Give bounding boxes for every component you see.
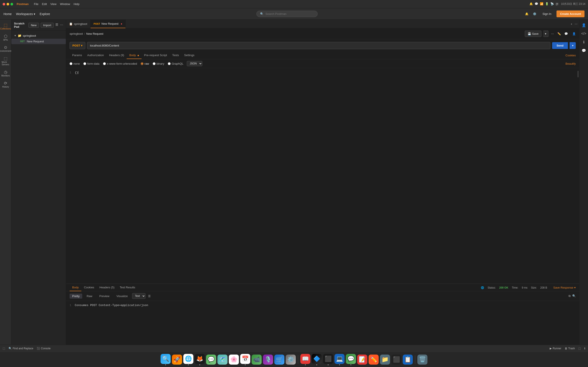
comment-icon[interactable]: 💬: [563, 31, 569, 36]
req-tab-auth[interactable]: Authorization: [85, 52, 106, 59]
sidebar-item-monitors[interactable]: ◷ Monitors: [1, 68, 10, 79]
dock-youdao[interactable]: 📖: [300, 354, 311, 365]
filter-icon[interactable]: ☰: [55, 23, 58, 28]
req-tab-headers[interactable]: Headers (9): [106, 52, 127, 59]
dock-terminal2[interactable]: ⬛: [391, 355, 401, 365]
req-tab-settings[interactable]: Settings: [182, 52, 197, 59]
search-input[interactable]: [265, 12, 314, 16]
dock-podcasts[interactable]: 🎙️: [263, 355, 273, 365]
method-select[interactable]: POST ▾: [69, 42, 85, 49]
send-button[interactable]: Send: [552, 42, 568, 49]
sidebar-item-mock-servers[interactable]: ⬚ Mock Servers: [1, 55, 10, 67]
resp-tab-test-results[interactable]: Test Results: [117, 284, 138, 291]
body-opt-binary[interactable]: binary: [153, 62, 164, 65]
body-opt-raw[interactable]: raw: [141, 62, 149, 65]
right-panel-info-icon[interactable]: ℹ: [581, 38, 586, 46]
resp-tab-cookies[interactable]: Cookies: [81, 284, 97, 291]
search-response-icon[interactable]: 🔍: [572, 294, 576, 298]
collection-springboot[interactable]: ▼ 📁 springboot: [11, 33, 66, 39]
dock-messages[interactable]: 💬: [206, 355, 216, 365]
menu-view[interactable]: View: [50, 2, 56, 6]
code-editor[interactable]: 1 {}: [66, 68, 579, 284]
response-format-select[interactable]: Text: [132, 293, 146, 299]
save-button[interactable]: 💾 Save: [525, 31, 541, 37]
dock-calendar[interactable]: 📅: [240, 354, 250, 365]
more-actions-icon[interactable]: ⋯: [550, 31, 555, 36]
body-opt-none[interactable]: none: [69, 62, 80, 65]
new-tab-icon[interactable]: ＋: [570, 22, 573, 26]
environment-panel-icon[interactable]: 👤: [572, 32, 576, 35]
info-icon[interactable]: ℹ: [584, 347, 585, 350]
console-button[interactable]: ⬛ Console: [37, 347, 51, 350]
settings-icon[interactable]: ⚙️: [532, 11, 537, 17]
req-tab-pre-script[interactable]: Pre-request Script: [141, 52, 170, 59]
body-opt-urlencoded[interactable]: x-www-form-urlencoded: [103, 62, 137, 65]
dock-chrome[interactable]: 🌐: [183, 354, 193, 365]
req-tab-body[interactable]: Body: [127, 52, 141, 59]
dock-finder[interactable]: 🔍: [161, 354, 171, 365]
dock-photos[interactable]: 🌸: [229, 355, 239, 365]
menu-edit[interactable]: Edit: [42, 2, 47, 6]
bell-icon[interactable]: 🔔: [524, 11, 529, 17]
menu-window[interactable]: Window: [60, 2, 70, 6]
edit-icon[interactable]: ✏️: [556, 31, 562, 36]
dock-things[interactable]: 📋: [403, 355, 413, 365]
runner-button[interactable]: ▶ Runner: [550, 347, 561, 350]
resp-tab-body[interactable]: Body: [69, 284, 81, 291]
cookies-link[interactable]: Cookies: [565, 54, 576, 57]
find-replace-button[interactable]: 🔍 Find and Replace: [9, 347, 33, 350]
save-dropdown-button[interactable]: ▾: [543, 31, 548, 37]
sidebar-item-environments[interactable]: ⊙ Environments: [1, 44, 10, 54]
dock-noteplan[interactable]: 📝: [357, 355, 367, 365]
close-button[interactable]: [3, 3, 5, 5]
breadcrumb-collection[interactable]: springboot: [69, 32, 83, 35]
trash-button[interactable]: 🗑 Trash: [565, 347, 575, 350]
body-format-select[interactable]: JSON: [187, 61, 202, 66]
dock-terminal[interactable]: ⬛: [323, 354, 333, 365]
req-tab-params[interactable]: Params: [69, 52, 85, 59]
nav-home[interactable]: Home: [3, 12, 12, 16]
right-panel-code-icon[interactable]: </>: [579, 30, 588, 37]
save-response-button[interactable]: Save Response ▾: [553, 286, 576, 289]
format-btn-raw[interactable]: Raw: [84, 294, 95, 299]
nav-workspaces[interactable]: Workspaces ▾: [14, 11, 37, 17]
nav-explore[interactable]: Explore: [40, 12, 50, 16]
tab-more-icon[interactable]: ⋯: [575, 22, 578, 25]
url-input[interactable]: [87, 42, 550, 49]
dock-facetime[interactable]: 📹: [251, 355, 262, 365]
right-panel-env-icon[interactable]: 👤: [580, 21, 588, 29]
dock-edittool[interactable]: ✏️: [369, 355, 379, 365]
req-tab-tests[interactable]: Tests: [170, 52, 181, 59]
dock-wechat[interactable]: 💬: [346, 354, 356, 365]
resp-tab-headers[interactable]: Headers (5): [97, 284, 117, 291]
search-bar[interactable]: 🔍: [256, 11, 318, 17]
sidebar-item-history[interactable]: ⟳ History: [1, 80, 10, 90]
new-collection-button[interactable]: New: [28, 23, 39, 28]
dock-vscode[interactable]: 💻: [335, 354, 345, 365]
beautify-button[interactable]: Beautify: [565, 62, 576, 65]
dock-maps[interactable]: 🗺️: [217, 355, 227, 365]
sign-in-button[interactable]: Sign In: [540, 11, 554, 17]
dock-appstore[interactable]: 🛒: [274, 355, 284, 365]
body-opt-form-data[interactable]: form-data: [83, 62, 100, 65]
copy-response-icon[interactable]: ⧉: [569, 294, 571, 298]
sidebar-item-collections[interactable]: ⬚ Collections: [1, 21, 10, 32]
tab-close-icon[interactable]: ●: [121, 22, 122, 25]
format-btn-visualize[interactable]: Visualize: [114, 294, 130, 299]
import-button[interactable]: Import: [41, 23, 54, 28]
dock-intellij[interactable]: 🔷: [312, 354, 322, 365]
more-options-icon[interactable]: ⋯: [60, 23, 63, 28]
fullscreen-button[interactable]: [10, 3, 13, 5]
body-opt-graphql[interactable]: GraphQL: [168, 62, 183, 65]
layout-icon[interactable]: ⬚: [578, 347, 581, 350]
dock-folder[interactable]: 📁: [380, 355, 390, 365]
create-account-button[interactable]: Create Account: [556, 10, 585, 17]
format-btn-preview[interactable]: Preview: [97, 294, 112, 299]
format-filter-icon[interactable]: ☰: [148, 294, 151, 298]
tab-new-request[interactable]: POST New Request ●: [91, 20, 126, 28]
tab-collection-springboot[interactable]: 📋 springboot: [66, 20, 91, 28]
right-panel-comment-icon[interactable]: 💬: [580, 47, 588, 54]
dock-sysprefs[interactable]: ⚙️: [286, 355, 296, 365]
menu-file[interactable]: File: [34, 2, 38, 6]
dock-trash[interactable]: 🗑️: [417, 355, 427, 365]
